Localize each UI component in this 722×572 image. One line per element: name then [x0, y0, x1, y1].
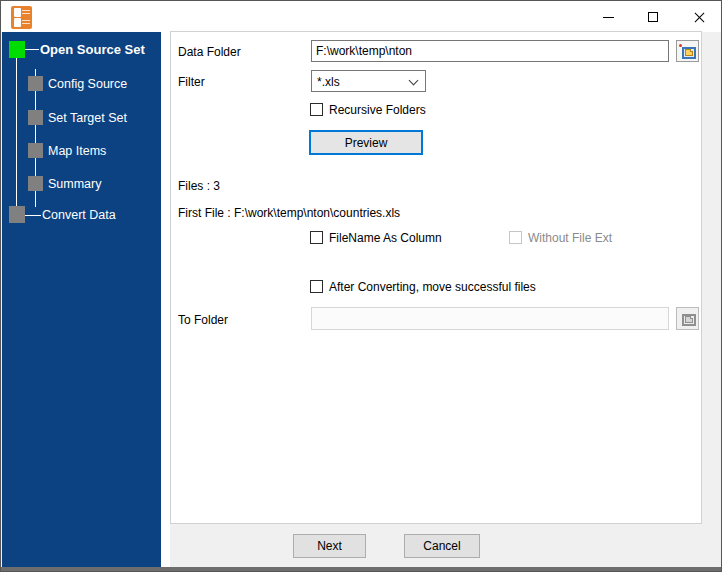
to-folder-label: To Folder	[178, 313, 228, 327]
preview-button[interactable]: Preview	[309, 130, 423, 155]
wizard-window: Open Source Set Config Source Set Target…	[0, 0, 722, 572]
move-successful-files-label: After Converting, move successful files	[329, 280, 536, 294]
step-square-open-source-set	[9, 41, 25, 58]
filter-dropdown-value: *.xls	[317, 75, 340, 89]
filename-as-column-checkbox[interactable]	[310, 231, 323, 244]
maximize-button[interactable]	[636, 1, 670, 32]
tree-line-convert	[25, 215, 41, 216]
close-button[interactable]	[682, 1, 716, 32]
sidebar-item-convert-data: Convert Data	[42, 208, 116, 222]
source-settings-panel: Data Folder Filter *.xls Recursive Folde…	[170, 31, 702, 524]
tree-line-open-source	[25, 49, 39, 50]
sidebar-item-summary: Summary	[48, 177, 101, 191]
data-folder-input[interactable]	[311, 40, 669, 62]
sidebar-item-set-target-set: Set Target Set	[48, 111, 127, 125]
files-count-text: Files : 3	[178, 179, 220, 193]
title-bar	[1, 1, 721, 32]
app-icon	[11, 6, 32, 29]
step-square-summary	[28, 176, 43, 191]
data-folder-label: Data Folder	[178, 45, 241, 59]
minimize-button[interactable]	[591, 1, 625, 32]
maximize-icon	[648, 12, 658, 22]
tree-line-root	[16, 57, 17, 215]
filter-dropdown[interactable]: *.xls	[311, 70, 426, 92]
move-successful-files-checkbox[interactable]	[310, 280, 323, 293]
wizard-steps-sidebar: Open Source Set Config Source Set Target…	[2, 32, 161, 568]
step-square-convert-data	[9, 206, 25, 223]
data-folder-browse-button[interactable]	[676, 40, 699, 62]
sidebar-item-map-items: Map Items	[48, 144, 106, 158]
sidebar-panel-gap	[161, 32, 170, 568]
filter-label: Filter	[178, 75, 205, 89]
folder-icon-disabled	[679, 311, 696, 326]
first-file-text: First File : F:\work\temp\nton\countries…	[178, 206, 400, 220]
without-file-ext-label: Without File Ext	[528, 231, 612, 245]
to-folder-browse-button	[676, 307, 699, 330]
step-square-set-target-set	[28, 110, 43, 125]
without-file-ext-checkbox	[509, 231, 522, 244]
cancel-button[interactable]: Cancel	[404, 534, 480, 558]
recursive-folders-checkbox[interactable]	[310, 103, 323, 116]
sidebar-item-open-source-set: Open Source Set	[40, 42, 145, 57]
chevron-down-icon	[409, 76, 419, 86]
window-bottom-edge	[1, 567, 721, 571]
recursive-folders-label: Recursive Folders	[329, 103, 426, 117]
step-square-map-items	[28, 143, 43, 158]
next-button[interactable]: Next	[293, 534, 366, 558]
to-folder-input	[311, 307, 669, 330]
filename-as-column-label: FileName As Column	[329, 231, 442, 245]
minimize-icon	[603, 17, 614, 18]
step-square-config-source	[28, 76, 43, 91]
folder-icon	[679, 44, 696, 59]
sidebar-item-config-source: Config Source	[48, 77, 127, 91]
